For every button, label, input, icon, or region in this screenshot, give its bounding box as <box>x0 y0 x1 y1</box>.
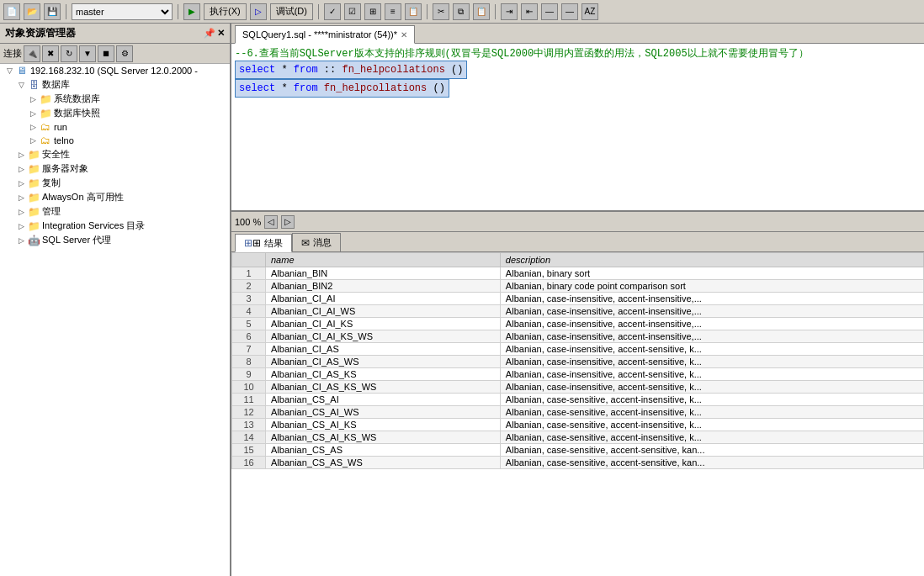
tree-server-objects[interactable]: ▷ 📁 服务器对象 <box>0 161 230 176</box>
integration-toggle[interactable]: ▷ <box>15 222 27 230</box>
sql-editor[interactable]: --6.查看当前SQLServer版本支持的排序规则(双冒号是SQL2000中调… <box>231 44 924 212</box>
outdent-icon[interactable]: ⇤ <box>521 3 538 20</box>
run-toggle[interactable]: ▷ <box>27 123 39 131</box>
snapshot-toggle[interactable]: ▷ <box>27 109 39 118</box>
check-icon[interactable]: ✓ <box>324 3 341 20</box>
close-panel-icon[interactable]: ✕ <box>217 28 225 39</box>
sql-keyword-select1: select <box>239 64 275 76</box>
uncomment-icon[interactable]: — <box>561 3 578 20</box>
tree-sql-agent[interactable]: ▷ 🤖 SQL Server 代理 <box>0 233 230 247</box>
stop-icon[interactable]: ⏹ <box>98 45 114 62</box>
grid-icon[interactable]: ⊞ <box>364 3 381 20</box>
sql-keyword-from1: from <box>294 64 318 76</box>
databases-toggle[interactable]: ▽ <box>15 81 27 89</box>
tree-server-node[interactable]: ▽ 🖥 192.168.232.10 (SQL Server 12.0.2000… <box>0 64 230 77</box>
panel-header: 对象资源管理器 📌 ✕ <box>0 24 230 44</box>
disconnect-icon[interactable]: ✖ <box>42 45 59 62</box>
results-tab-messages[interactable]: ✉ 消息 <box>292 233 341 251</box>
system-dbs-toggle[interactable]: ▷ <box>27 95 39 103</box>
sep2 <box>178 4 178 19</box>
file-icon[interactable]: 📋 <box>405 3 422 20</box>
replication-toggle[interactable]: ▷ <box>15 179 27 188</box>
cell-name: Albanian_CS_AI_WS <box>266 406 501 419</box>
cell-name: Albanian_CS_AI_KS <box>266 419 501 431</box>
zoom-down-icon[interactable]: ◁ <box>264 215 278 229</box>
table-row: 10 Albanian_CI_AS_KS_WS Albanian, case-i… <box>232 381 924 394</box>
sql-keyword-select2: select <box>239 82 275 94</box>
alwayson-icon: 📁 <box>27 192 40 203</box>
database-select[interactable]: master <box>72 3 173 20</box>
execute-button[interactable]: 执行(X) <box>204 3 247 20</box>
sql-selection-box2[interactable]: select * from fn_helpcollations () <box>235 79 449 98</box>
tree-databases-node[interactable]: ▽ 🗄 数据库 <box>0 77 230 92</box>
filter-icon[interactable]: ▼ <box>79 45 96 62</box>
sep5 <box>495 4 496 19</box>
cut-icon[interactable]: ✂ <box>433 3 449 20</box>
server-toggle[interactable]: ▽ <box>3 66 15 75</box>
telno-toggle[interactable]: ▷ <box>27 136 39 145</box>
security-toggle[interactable]: ▷ <box>15 151 27 159</box>
integration-label: Integration Services 目录 <box>42 219 145 232</box>
tree-security[interactable]: ▷ 📁 安全性 <box>0 147 230 161</box>
cell-name: Albanian_CI_AS_KS <box>266 368 501 381</box>
tree-replication[interactable]: ▷ 📁 复制 <box>0 176 230 190</box>
sql-text1: :: <box>324 64 336 76</box>
text-icon[interactable]: ≡ <box>385 3 401 20</box>
tree-alwayson[interactable]: ▷ 📁 AlwaysOn 高可用性 <box>0 190 230 204</box>
management-toggle[interactable]: ▷ <box>15 208 27 216</box>
new-query-icon[interactable]: 📄 <box>3 3 20 20</box>
telno-label: telno <box>54 135 74 145</box>
comment-icon[interactable]: — <box>541 3 558 20</box>
debug-icon[interactable]: ▷ <box>250 3 267 20</box>
tree-telno-db[interactable]: ▷ 🗂 telno <box>0 134 230 147</box>
open-icon[interactable]: 📂 <box>24 3 40 20</box>
properties-icon[interactable]: ⚙ <box>116 45 133 62</box>
sql-keyword-from2: from <box>294 82 318 94</box>
tree-system-dbs[interactable]: ▷ 📁 系统数据库 <box>0 92 230 106</box>
panel-toolbar: 连接 🔌 ✖ ↻ ▼ ⏹ ⚙ <box>0 44 230 64</box>
run-label: run <box>54 122 67 132</box>
results-tab-results[interactable]: ⊞ 结果 <box>235 234 292 252</box>
alwayson-toggle[interactable]: ▷ <box>15 193 27 202</box>
pin-icon[interactable]: 📌 <box>204 28 215 39</box>
tree-snapshot-dbs[interactable]: ▷ 📁 数据库快照 <box>0 106 230 120</box>
paste-icon[interactable]: 📋 <box>473 3 490 20</box>
main-toolbar: 📄 📂 💾 master ▶ 执行(X) ▷ 调试(D) ✓ ☑ ⊞ ≡ 📋 ✂… <box>0 0 924 24</box>
sql-star1: * <box>281 64 293 76</box>
col-name: name <box>266 253 501 267</box>
run-icon: 🗂 <box>39 121 52 133</box>
cell-rownum: 7 <box>232 343 266 356</box>
tree-integration[interactable]: ▷ 📁 Integration Services 目录 <box>0 219 230 233</box>
zoom-up-icon[interactable]: ▷ <box>281 215 295 229</box>
tree-run-db[interactable]: ▷ 🗂 run <box>0 120 230 134</box>
object-explorer-panel: 对象资源管理器 📌 ✕ 连接 🔌 ✖ ↻ ▼ ⏹ ⚙ ▽ 🖥 192.168.2… <box>0 24 231 576</box>
table-row: 8 Albanian_CI_AS_WS Albanian, case-insen… <box>232 356 924 368</box>
sql-paren2: () <box>433 82 444 94</box>
connect-icon[interactable]: 🔌 <box>24 45 40 62</box>
cell-name: Albanian_CS_AS_WS <box>266 457 501 469</box>
save-icon[interactable]: 💾 <box>44 3 61 20</box>
tree-management[interactable]: ▷ 📁 管理 <box>0 204 230 219</box>
copy-icon[interactable]: ⧉ <box>453 3 470 20</box>
debug-button[interactable]: 调试(D) <box>270 3 313 20</box>
tab-close-icon[interactable]: ✕ <box>401 30 407 40</box>
cell-name: Albanian_BIN2 <box>266 280 501 293</box>
sql-agent-toggle[interactable]: ▷ <box>15 236 27 245</box>
connect-label: 连接 <box>3 47 22 60</box>
messages-tab-icon: ✉ <box>301 237 310 249</box>
refresh-icon[interactable]: ↻ <box>61 45 77 62</box>
indent-icon[interactable]: ⇥ <box>501 3 518 20</box>
grid-tab-icon: ⊞ <box>244 237 261 249</box>
execute-icon[interactable]: ▶ <box>183 3 200 20</box>
cell-rownum: 13 <box>232 419 266 431</box>
cell-description: Albanian, case-insensitive, accent-insen… <box>500 305 923 318</box>
sql-selection-box[interactable]: select * from :: fn_helpcollations () <box>235 61 467 79</box>
server-objects-toggle[interactable]: ▷ <box>15 165 27 173</box>
databases-icon: 🗄 <box>27 79 40 91</box>
cell-rownum: 12 <box>232 406 266 419</box>
editor-tab[interactable]: SQLQuery1.sql - ****ministrator (54))* ✕ <box>235 25 415 44</box>
results-tab-bar: ⊞ 结果 ✉ 消息 <box>231 232 924 252</box>
az-icon[interactable]: AZ <box>581 3 598 20</box>
parse-icon[interactable]: ☑ <box>344 3 361 20</box>
results-table: name description 1 Albanian_BIN Albanian… <box>231 252 924 469</box>
